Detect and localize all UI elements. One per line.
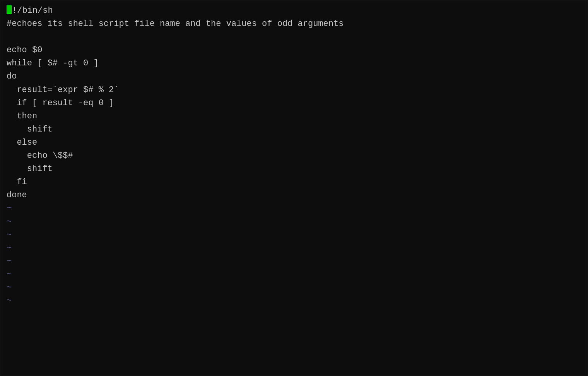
code-line: do [7, 70, 581, 83]
code-line: echo $0 [7, 44, 581, 57]
tilde-line: ~ [7, 229, 581, 242]
tilde-line: ~ [7, 255, 581, 268]
code-line: done [7, 189, 581, 202]
tilde-line: ~ [7, 202, 581, 215]
code-editor[interactable]: !/bin/sh#echoes its shell script file na… [0, 0, 588, 376]
tilde-line: ~ [7, 215, 581, 229]
tilde-line: ~ [7, 242, 581, 255]
code-line: result=`expr $# % 2` [7, 84, 581, 97]
code-line: shift [7, 123, 581, 136]
code-line: echo \$$# [7, 149, 581, 162]
code-content: !/bin/sh#echoes its shell script file na… [7, 4, 581, 308]
code-line: shift [7, 162, 581, 176]
code-line: while [ $# -gt 0 ] [7, 57, 581, 70]
code-line: else [7, 136, 581, 149]
empty-line [7, 31, 581, 44]
text-cursor [7, 5, 12, 14]
code-line: then [7, 110, 581, 123]
tilde-line: ~ [7, 294, 581, 308]
tilde-line: ~ [7, 281, 581, 294]
code-line: fi [7, 176, 581, 189]
code-line: !/bin/sh [7, 4, 581, 17]
comment-line: #echoes its shell script file name and t… [7, 17, 581, 31]
code-line: if [ result -eq 0 ] [7, 97, 581, 110]
tilde-line: ~ [7, 268, 581, 281]
